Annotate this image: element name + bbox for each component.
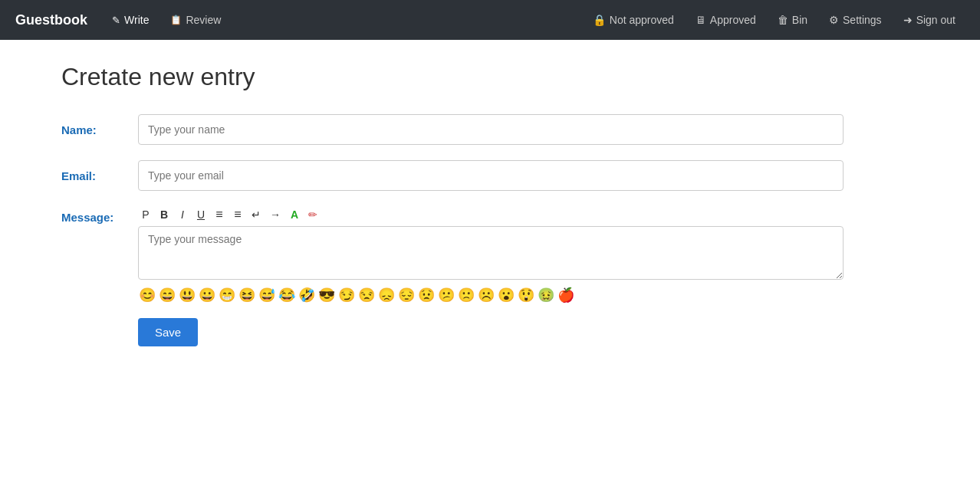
- nav-item-not-approved[interactable]: 🔒 Not approved: [584, 8, 683, 32]
- nav-item-settings[interactable]: ⚙ Settings: [820, 8, 891, 32]
- name-input[interactable]: [138, 114, 844, 145]
- emoji-btn[interactable]: 😟: [417, 287, 436, 303]
- navbar: Guestbook ✎ Write 📋 Review 🔒 Not approve…: [0, 0, 980, 40]
- message-toolbar: P B I U ≡ ≡ ↵ → A ✏: [138, 206, 844, 223]
- emoji-btn[interactable]: 🤢: [537, 287, 555, 303]
- brand-logo: Guestbook: [15, 12, 87, 28]
- toolbar-italic-btn[interactable]: I: [175, 207, 190, 222]
- emoji-btn[interactable]: 🍎: [557, 287, 575, 303]
- nav-left: ✎ Write 📋 Review: [103, 8, 584, 32]
- message-row: Message: P B I U ≡ ≡ ↵ → A ✏ 😊😄😃😀😁😆😅😂🤣😎😏…: [61, 206, 919, 303]
- main-content: Cretate new entry Name: Email: Message: …: [0, 40, 980, 369]
- pencil-icon: ✎: [112, 15, 120, 26]
- name-row: Name:: [61, 114, 919, 145]
- email-input[interactable]: [138, 160, 844, 191]
- save-button[interactable]: Save: [138, 318, 198, 346]
- nav-item-sign-out[interactable]: ➜ Sign out: [894, 8, 965, 32]
- toolbar-indent-btn[interactable]: →: [267, 207, 284, 222]
- review-icon: 📋: [170, 15, 182, 25]
- emoji-btn[interactable]: 😊: [138, 287, 156, 303]
- toolbar-pen-btn[interactable]: ✏: [305, 207, 321, 222]
- emoji-btn[interactable]: 😂: [278, 287, 296, 303]
- monitor-icon: 🖥: [696, 14, 706, 26]
- email-label: Email:: [61, 169, 138, 182]
- trash-icon: 🗑: [778, 14, 788, 26]
- emoji-btn[interactable]: 😃: [178, 287, 196, 303]
- gear-icon: ⚙: [829, 14, 839, 26]
- toolbar-p-btn[interactable]: P: [138, 207, 153, 222]
- nav-item-review[interactable]: 📋 Review: [161, 8, 230, 32]
- toolbar-bold-btn[interactable]: B: [156, 207, 172, 222]
- emoji-btn[interactable]: 😅: [258, 287, 276, 303]
- emoji-btn[interactable]: 😒: [357, 287, 376, 303]
- emoji-btn[interactable]: 😕: [437, 287, 455, 303]
- emoji-btn[interactable]: 😞: [377, 287, 396, 303]
- toolbar-align-right-btn[interactable]: ≡: [230, 206, 245, 223]
- message-label: Message:: [61, 206, 138, 224]
- settings-label: Settings: [843, 14, 882, 26]
- emoji-btn[interactable]: 😀: [198, 287, 216, 303]
- write-label: Write: [124, 14, 149, 26]
- lock-icon: 🔒: [593, 14, 606, 26]
- message-textarea[interactable]: [138, 226, 844, 280]
- email-row: Email:: [61, 160, 919, 191]
- not-approved-label: Not approved: [610, 14, 674, 26]
- emoji-btn[interactable]: 😔: [397, 287, 416, 303]
- emoji-btn[interactable]: 😄: [158, 287, 176, 303]
- sign-out-label: Sign out: [916, 14, 955, 26]
- save-row: Save: [138, 318, 919, 346]
- emoji-btn[interactable]: 😁: [218, 287, 236, 303]
- approved-label: Approved: [710, 14, 756, 26]
- signout-icon: ➜: [903, 14, 913, 26]
- emoji-btn[interactable]: 😲: [517, 287, 535, 303]
- emoji-btn[interactable]: 🙁: [457, 287, 475, 303]
- emoji-btn[interactable]: 😆: [238, 287, 256, 303]
- toolbar-outdent-btn[interactable]: ↵: [248, 207, 264, 222]
- nav-item-write[interactable]: ✎ Write: [103, 8, 158, 32]
- toolbar-color-btn[interactable]: A: [287, 207, 302, 222]
- bin-label: Bin: [792, 14, 807, 26]
- name-label: Name:: [61, 123, 138, 136]
- emoji-btn[interactable]: 🤣: [298, 287, 316, 303]
- nav-item-approved[interactable]: 🖥 Approved: [686, 8, 765, 32]
- emoji-btn[interactable]: 😎: [317, 287, 336, 303]
- review-label: Review: [186, 14, 221, 26]
- emoji-btn[interactable]: 😏: [337, 287, 356, 303]
- emoji-row: 😊😄😃😀😁😆😅😂🤣😎😏😒😞😔😟😕🙁☹️😮😲🤢🍎: [138, 287, 844, 303]
- emoji-btn[interactable]: 😮: [497, 287, 515, 303]
- emoji-btn[interactable]: ☹️: [477, 287, 495, 303]
- toolbar-underline-btn[interactable]: U: [193, 207, 209, 222]
- message-editor: P B I U ≡ ≡ ↵ → A ✏ 😊😄😃😀😁😆😅😂🤣😎😏😒😞😔😟😕🙁☹️😮…: [138, 206, 844, 303]
- toolbar-align-left-btn[interactable]: ≡: [212, 206, 227, 223]
- page-title: Cretate new entry: [61, 63, 919, 91]
- nav-item-bin[interactable]: 🗑 Bin: [768, 8, 817, 32]
- nav-right: 🔒 Not approved 🖥 Approved 🗑 Bin ⚙ Settin…: [584, 8, 965, 32]
